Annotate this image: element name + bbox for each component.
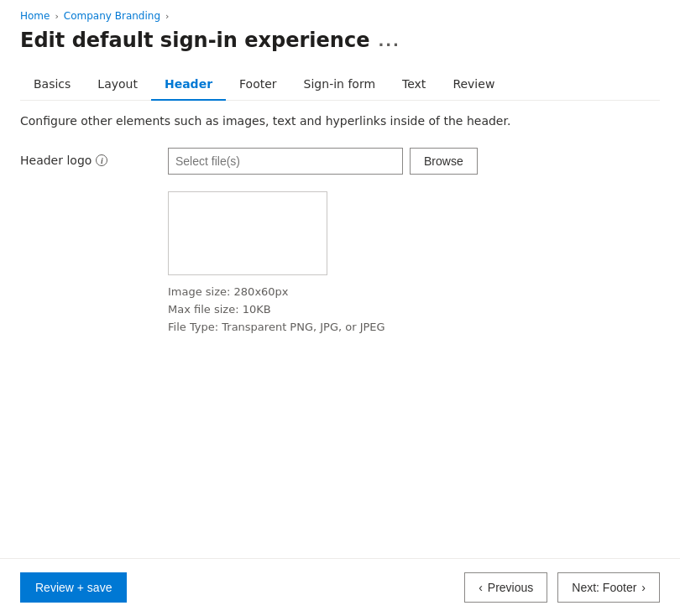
next-label: Next: Footer: [572, 581, 636, 594]
tab-header[interactable]: Header: [151, 69, 226, 101]
previous-label: Previous: [488, 581, 533, 594]
image-file-type-spec: File Type: Transparent PNG, JPG, or JPEG: [168, 319, 660, 337]
file-select-input[interactable]: [168, 148, 403, 175]
image-specs: Image size: 280x60px Max file size: 10KB…: [168, 284, 660, 336]
tab-layout[interactable]: Layout: [84, 69, 151, 101]
tab-signin-form[interactable]: Sign-in form: [290, 69, 389, 101]
breadcrumb: Home › Company Branding ›: [20, 10, 660, 22]
footer-bar: Review + save ‹ Previous Next: Footer ›: [0, 558, 680, 616]
page-title: Edit default sign-in experience: [20, 29, 369, 52]
image-preview-box: [168, 191, 327, 275]
file-input-row: Browse: [168, 148, 478, 175]
tab-basics[interactable]: Basics: [20, 69, 84, 101]
browse-button[interactable]: Browse: [410, 148, 478, 175]
breadcrumb-company-branding[interactable]: Company Branding: [64, 10, 160, 22]
page-title-row: Edit default sign-in experience ...: [20, 29, 660, 52]
review-save-button[interactable]: Review + save: [20, 572, 127, 603]
image-size-spec: Image size: 280x60px: [168, 284, 660, 301]
next-button[interactable]: Next: Footer ›: [557, 572, 660, 603]
more-options-icon[interactable]: ...: [378, 32, 400, 50]
next-icon: ›: [641, 581, 646, 594]
prev-icon: ‹: [479, 581, 483, 594]
previous-button[interactable]: ‹ Previous: [464, 572, 547, 603]
breadcrumb-sep-1: ›: [55, 11, 58, 22]
image-max-file-spec: Max file size: 10KB: [168, 301, 660, 319]
header-logo-info-icon[interactable]: i: [96, 154, 107, 166]
tab-review[interactable]: Review: [439, 69, 508, 101]
header-logo-row: Header logo i Browse: [20, 148, 660, 175]
breadcrumb-sep-2: ›: [165, 11, 169, 22]
header-logo-label: Header logo i: [20, 148, 154, 167]
tab-text[interactable]: Text: [389, 69, 439, 101]
breadcrumb-home[interactable]: Home: [20, 10, 50, 22]
section-description: Configure other elements such as images,…: [20, 114, 660, 128]
image-preview-area: Image size: 280x60px Max file size: 10KB…: [168, 191, 660, 336]
tab-footer[interactable]: Footer: [226, 69, 290, 101]
tab-bar: Basics Layout Header Footer Sign-in form…: [20, 69, 660, 101]
header-logo-label-text: Header logo: [20, 154, 92, 167]
